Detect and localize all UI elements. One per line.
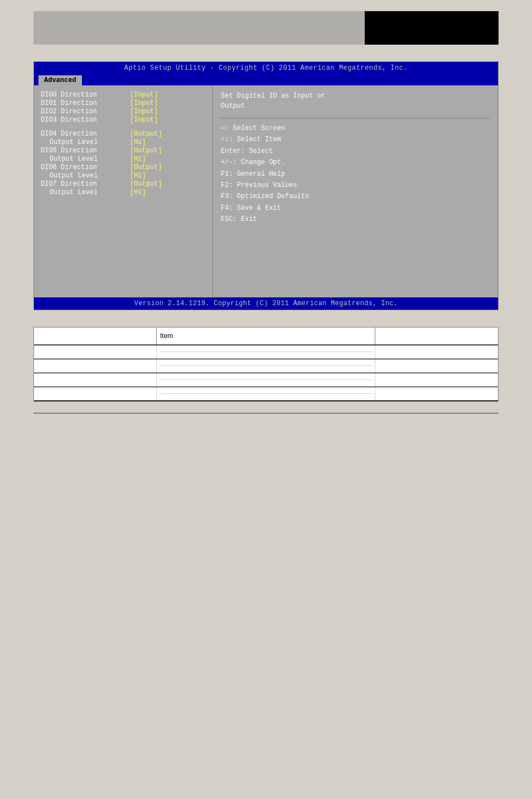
list-item[interactable]: Output Level [Hi] [41,138,206,146]
dio3-direction-label: DIO3 Direction [41,116,130,124]
list-item[interactable]: DIO4 Direction [Output] [41,130,206,138]
dio1-direction-value: [Input] [130,99,158,107]
dio6-output-level-value: [Hi] [130,172,146,180]
row3-col3 [375,373,498,386]
dio4-direction-value: [Output] [130,130,162,138]
bios-title: Aptio Setup Utility - Copyright (C) 2011… [124,64,408,72]
row1-line1 [160,348,371,352]
dio4-direction-label: DIO4 Direction [41,130,130,138]
row1-col3 [375,345,498,358]
key-line-select-item: ↑↓: Select Item [221,134,490,145]
dio7-output-level-value: [Hi] [130,189,146,196]
dio1-direction-label: DIO1 Direction [41,99,130,107]
row2-col1 [34,359,157,372]
bios-help-text: Set Digitel IO as Input or Output [221,91,490,111]
dio5-direction-value: [Output] [130,147,162,155]
bios-main: DIO0 Direction [Input] DIO1 Direction [I… [34,85,498,297]
dio3-direction-value: [Input] [130,116,158,124]
list-item[interactable]: DIO6 Direction [Output] [41,163,206,171]
list-item[interactable]: DIO5 Direction [Output] [41,147,206,155]
table-header-row: Item [34,328,498,345]
key-line-f3: F3: Optimized Defaults [221,191,490,202]
dio7-output-level-label: Output Level [41,189,130,196]
row1-col1 [34,345,157,358]
bios-footer-text: Version 2.14.1219. Copyright (C) 2011 Am… [134,300,398,307]
top-header [33,11,499,45]
bios-footer: Version 2.14.1219. Copyright (C) 2011 Am… [34,297,498,310]
dio5-output-level-label: Output Level [41,155,130,163]
key-line-f4: F4: Save & Exit [221,203,490,214]
table-section: Item [33,327,499,402]
row2-col2 [157,359,375,372]
bios-tab-advanced[interactable]: Advanced [38,75,82,85]
bios-separator [221,118,490,118]
help-line2: Output [221,102,245,110]
row2-line1 [160,362,371,366]
group-divider-5 [34,401,498,401]
list-item[interactable]: DIO7 Direction [Output] [41,180,206,188]
bios-help-panel: Set Digitel IO as Input or Output ↔: Sel… [213,85,498,297]
table-col1-header [34,328,157,344]
table-item-label: Item [160,332,173,340]
bios-key-guide: ↔: Select Screen ↑↓: Select Item Enter: … [221,123,490,225]
row3-col2 [157,373,375,386]
row4-col2 [157,387,375,400]
key-line-select-screen: ↔: Select Screen [221,123,490,134]
row4-line1 [160,390,371,394]
table-row [34,387,498,401]
table-row [34,359,498,373]
dio6-output-level-label: Output Level [41,172,130,180]
row4-col1 [34,387,157,400]
row2-line2 [160,366,371,369]
table-col3-header [375,328,498,344]
dio5-direction-label: DIO5 Direction [41,147,130,155]
bios-settings-panel: DIO0 Direction [Input] DIO1 Direction [I… [34,85,212,297]
dio0-direction-label: DIO0 Direction [41,91,130,99]
row3-line1 [160,376,371,380]
row3-col1 [34,373,157,386]
dio7-direction-value: [Output] [130,180,162,188]
row4-col2-inner [160,390,371,397]
row4-col3 [375,387,498,400]
header-right-block [365,11,499,45]
dio7-direction-label: DIO7 Direction [41,180,130,188]
header-left-block [33,11,365,45]
dio5-output-level-value: [Hi] [130,155,146,163]
row2-col3 [375,359,498,372]
dio0-direction-value: [Input] [130,91,158,99]
row2-col2-inner [160,362,371,369]
bottom-divider [33,413,499,413]
bios-container: Aptio Setup Utility - Copyright (C) 2011… [33,61,499,310]
list-item[interactable]: Output Level [Hi] [41,172,206,180]
bios-tab-bar: Advanced [34,74,498,85]
dio2-direction-value: [Input] [130,108,158,115]
dio6-direction-label: DIO6 Direction [41,163,130,171]
key-line-change: +/-: Change Opt. [221,157,490,168]
list-item[interactable]: DIO1 Direction [Input] [41,99,206,107]
spacer [41,124,206,130]
dio2-direction-label: DIO2 Direction [41,108,130,115]
row3-line2 [160,380,371,383]
dio6-direction-value: [Output] [130,163,162,171]
bios-title-bar: Aptio Setup Utility - Copyright (C) 2011… [34,62,498,74]
table-row [34,345,498,359]
row1-col2 [157,345,375,358]
key-line-f2: F2: Previous Values [221,180,490,191]
table-col2-header: Item [157,328,375,344]
key-line-enter: Enter: Select [221,146,490,157]
dio4-output-level-value: [Hi] [130,138,146,146]
key-line-esc: ESC: Exit [221,214,490,225]
dio4-output-level-label: Output Level [41,138,130,146]
row3-col2-inner [160,376,371,383]
row1-col2-inner [160,348,371,355]
row1-line2 [160,352,371,355]
help-line1: Set Digitel IO as Input or [221,92,325,100]
list-item[interactable]: DIO3 Direction [Input] [41,116,206,124]
list-item[interactable]: Output Level [Hi] [41,189,206,196]
row4-line2 [160,394,371,397]
key-line-f1: F1: General Help [221,169,490,180]
list-item[interactable]: DIO2 Direction [Input] [41,108,206,115]
list-item[interactable]: Output Level [Hi] [41,155,206,163]
list-item[interactable]: DIO0 Direction [Input] [41,91,206,99]
table-row [34,373,498,387]
